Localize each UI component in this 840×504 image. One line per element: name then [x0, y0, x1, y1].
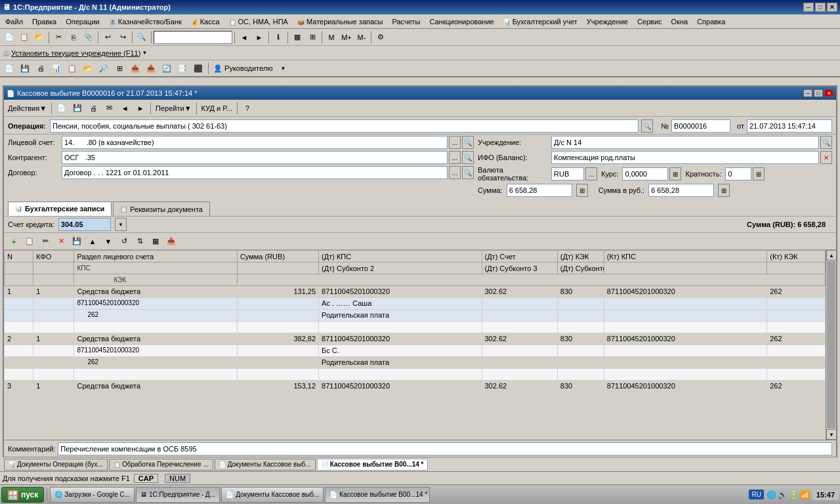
- t3-btn9[interactable]: 📤: [128, 61, 142, 75]
- summa-rub-calc-btn[interactable]: ⊞: [718, 184, 730, 197]
- tt-copy-btn[interactable]: 📋: [22, 234, 37, 249]
- op-search-btn[interactable]: 🔍: [641, 119, 653, 133]
- dt-help[interactable]: ?: [240, 101, 255, 116]
- uchrej-input[interactable]: [551, 136, 819, 149]
- tab-buh-records[interactable]: 📊 Бухгалтерские записи: [8, 201, 112, 216]
- dt-btn4[interactable]: ✉: [102, 101, 116, 116]
- t3-btn5[interactable]: 📋: [65, 61, 79, 75]
- tt-add-btn[interactable]: +: [7, 234, 21, 249]
- kontragent-open-btn[interactable]: 🔍: [462, 151, 474, 164]
- ifo-close-btn[interactable]: ✕: [820, 151, 832, 164]
- dt-btn2[interactable]: 💾: [70, 101, 85, 116]
- task-btn-2[interactable]: 🖥 1С:Предприятие - Д...: [136, 487, 220, 503]
- comment-input[interactable]: [58, 442, 832, 455]
- t3-btn8[interactable]: ⊞: [112, 61, 127, 75]
- task-btn-4[interactable]: 📄 Кассовое выбытие В00...14 *: [325, 487, 430, 503]
- task-btn-1[interactable]: 🌐 Загрузки - Google C...: [50, 487, 135, 503]
- dogovor-open-btn[interactable]: 🔍: [462, 166, 474, 179]
- paste-btn[interactable]: 📎: [81, 30, 96, 45]
- kurs-calc-btn[interactable]: ⊞: [669, 167, 681, 180]
- wtab-3[interactable]: 📄 Документы Кассовое выб...: [215, 459, 316, 471]
- t3-btn12[interactable]: 📑: [175, 61, 190, 75]
- period-dropdown[interactable]: [154, 31, 232, 44]
- scroll-up-btn[interactable]: ▲: [826, 250, 836, 261]
- tt-export-btn[interactable]: 📤: [164, 234, 178, 249]
- dt-btn5[interactable]: ◄: [117, 101, 132, 116]
- actions-btn[interactable]: Действия ▼: [6, 101, 49, 116]
- table-row[interactable]: [5, 369, 826, 381]
- table-btn[interactable]: ▦: [290, 30, 304, 45]
- tt-group-btn[interactable]: ▦: [148, 234, 163, 249]
- start-button[interactable]: 🪟 пуск: [1, 487, 44, 503]
- menu-okna[interactable]: Окна: [667, 16, 692, 27]
- tt-delete-btn[interactable]: ✕: [54, 234, 68, 249]
- table-row[interactable]: 2 1 Средства бюджета 382,82 871100452010…: [5, 333, 826, 345]
- table-row[interactable]: 87110045201000320 Бс С.: [5, 345, 826, 357]
- vertical-scrollbar[interactable]: ▲ ▼: [826, 250, 836, 440]
- menu-edit[interactable]: Правка: [28, 16, 60, 27]
- t3-btn3[interactable]: 🖨: [33, 61, 48, 75]
- new-btn[interactable]: 📄: [2, 30, 16, 45]
- licevoj-input[interactable]: [62, 136, 448, 149]
- fwd-btn[interactable]: ►: [252, 30, 266, 45]
- menu-treasury[interactable]: 🏦 Казначейство/Банк: [105, 16, 186, 27]
- licevoj-search-btn[interactable]: ...: [449, 136, 461, 149]
- t3-btn1[interactable]: 📄: [2, 61, 16, 75]
- summa-rub-input[interactable]: [648, 184, 714, 197]
- table-scroll-inner[interactable]: N КФО Раздел лицевого счета Сумма (RUB) …: [4, 250, 826, 440]
- kontragent-input[interactable]: [62, 151, 448, 164]
- find-btn[interactable]: 🔍: [135, 30, 149, 45]
- kurs-input[interactable]: [622, 167, 668, 180]
- copy2-btn[interactable]: ⎘: [66, 30, 81, 45]
- t3-btn6[interactable]: 📂: [81, 61, 95, 75]
- valyuta-search-btn[interactable]: ...: [585, 167, 597, 180]
- dt-btn3[interactable]: 🖨: [86, 101, 100, 116]
- doc-minimize[interactable]: ─: [803, 89, 812, 97]
- ruk-btn[interactable]: 👤 Руководителю: [211, 61, 274, 75]
- t3-btn11[interactable]: 🔄: [159, 61, 174, 75]
- tt-refresh-btn[interactable]: ↺: [117, 234, 131, 249]
- t3-btn4[interactable]: 📊: [49, 61, 64, 75]
- m-btn[interactable]: M: [324, 30, 339, 45]
- settings-btn[interactable]: ⚙: [373, 30, 388, 45]
- kud-btn[interactable]: КУД и Р...: [200, 101, 234, 116]
- summa-calc-btn[interactable]: ⊞: [576, 184, 588, 197]
- close-btn[interactable]: ✕: [827, 3, 837, 12]
- dogovor-input[interactable]: [62, 166, 448, 179]
- t3-btn7[interactable]: 🔎: [96, 61, 111, 75]
- t3-btn2[interactable]: 💾: [18, 61, 32, 75]
- doc-maximize[interactable]: □: [814, 89, 823, 97]
- table-row[interactable]: 3 1 Средства бюджета 153,12 871100452010…: [5, 381, 826, 392]
- summa-input[interactable]: [507, 184, 572, 197]
- menu-buh[interactable]: 📊 Бухгалтерский учет: [499, 16, 581, 27]
- back-btn[interactable]: ◄: [237, 30, 251, 45]
- scroll-thumb[interactable]: [827, 261, 835, 429]
- op-num-input[interactable]: [671, 119, 730, 133]
- menu-materials[interactable]: 📦 Материальные запасы: [293, 16, 387, 27]
- menu-kassa[interactable]: 💰 Касса: [187, 16, 224, 27]
- wtab-4[interactable]: 📄 Кассовое выбытие В00...14 *: [317, 459, 429, 471]
- grid-btn[interactable]: ⊞: [305, 30, 320, 45]
- menu-sankc[interactable]: Санкционирование: [425, 16, 497, 27]
- credit-dropdown-btn[interactable]: ▼: [115, 218, 127, 231]
- table-row[interactable]: 1 1 Средства бюджета 131,25 871100452010…: [5, 286, 826, 298]
- ruk-dd[interactable]: ▼: [276, 61, 290, 75]
- task-btn-3[interactable]: 📄 Документы Кассовое выб...: [221, 487, 324, 503]
- dogovor-search-btn[interactable]: ...: [449, 166, 461, 179]
- maximize-btn[interactable]: □: [815, 3, 826, 12]
- t3-btn10[interactable]: 📥: [144, 61, 158, 75]
- doc-close[interactable]: ✕: [824, 89, 833, 97]
- menu-operations[interactable]: Операции: [62, 16, 103, 27]
- open-btn[interactable]: 📂: [32, 30, 47, 45]
- mminus-btn[interactable]: M-: [354, 30, 369, 45]
- menu-servis[interactable]: Сервис: [633, 16, 666, 27]
- table-row[interactable]: [5, 322, 826, 333]
- info-btn[interactable]: ℹ: [271, 30, 285, 45]
- dt-btn6[interactable]: ►: [133, 101, 148, 116]
- menu-os[interactable]: 📋 ОС, НМА, НПА: [225, 16, 292, 27]
- scroll-down-btn[interactable]: ▼: [826, 429, 836, 440]
- undo-btn[interactable]: ↩: [100, 30, 115, 45]
- kontragent-search-btn[interactable]: ...: [449, 151, 461, 164]
- setup-dropdown-arrow[interactable]: ▼: [142, 50, 147, 56]
- valyuta-input[interactable]: [551, 167, 584, 180]
